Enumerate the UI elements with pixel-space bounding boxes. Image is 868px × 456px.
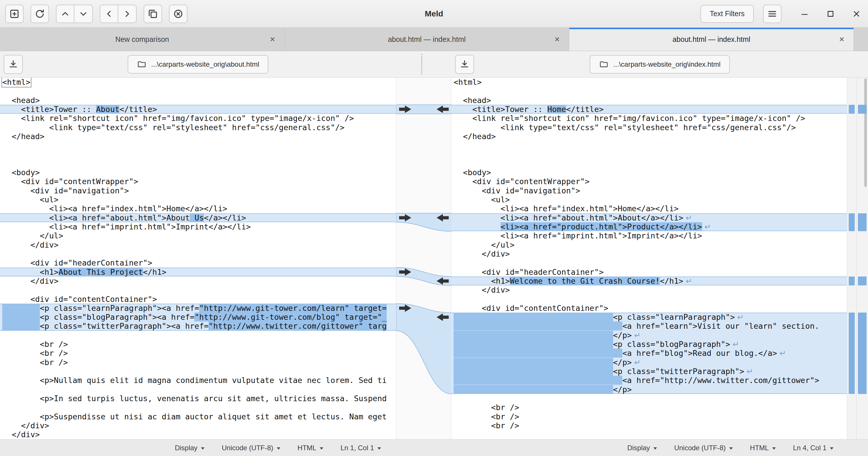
left-code-pane[interactable]: <html> <head> <title>Tower :: About</tit… (0, 78, 396, 439)
encoding-menu-left[interactable]: Unicode (UTF-8) (222, 444, 280, 452)
right-file-button[interactable]: ...\carparts-website_orig\index.html (589, 55, 730, 74)
code-text: <p class="twitterParagraph"> (613, 367, 744, 376)
code-text: <div id="headerContainer"> (454, 267, 603, 277)
right-code-pane[interactable]: <html> <head> <title>Tower :: Home</titl… (451, 78, 847, 439)
word-diff-segment (454, 376, 622, 385)
previous-change-button[interactable] (56, 5, 74, 23)
code-line: <head> (0, 96, 396, 105)
code-text: </h1> (660, 277, 683, 285)
code-text (454, 222, 501, 231)
encoding-menu-right[interactable]: Unicode (UTF-8) (674, 444, 733, 452)
code-line (451, 150, 847, 159)
refresh-comparison-button[interactable] (31, 5, 49, 23)
close-button[interactable] (850, 7, 863, 20)
maximize-button[interactable] (824, 7, 837, 20)
code-line: <br /> (0, 349, 396, 358)
code-text: <div id="contentWrapper"> (454, 177, 589, 186)
menu-button[interactable] (763, 5, 781, 23)
dropdown-caret-icon (377, 447, 381, 450)
code-text: <link type="text/css" rel="stylesheet" h… (2, 123, 345, 132)
display-menu-left[interactable]: Display (175, 444, 205, 452)
syntax-label: HTML (750, 444, 769, 452)
word-diff-segment: Welcome to the Git Crash Course! (510, 277, 660, 285)
code-line: </div> (0, 277, 396, 285)
code-text: </p> (613, 385, 632, 394)
display-menu-right[interactable]: Display (627, 444, 657, 452)
code-line: <li><a href="imprint.html">Imprint</a></… (0, 222, 396, 231)
code-line: <br /> (0, 340, 396, 349)
diff-map-mark (858, 277, 867, 285)
code-line: <ul> (0, 195, 396, 204)
code-line (0, 249, 396, 258)
code-line: <div id="contentContainer"> (451, 304, 847, 313)
scrollbar-thumb[interactable] (864, 79, 867, 187)
tab-about-index-2[interactable]: about.html — index.html (569, 28, 854, 51)
cursor-position-right[interactable]: Ln 4, Col 1 (793, 444, 833, 452)
tab-close-icon[interactable] (553, 35, 561, 43)
diff-map-mark (849, 213, 855, 231)
newline-marker-icon: ↵ (632, 358, 641, 367)
word-diff-segment (454, 349, 622, 358)
diff-map-mark (849, 105, 855, 114)
right-pane-scrollbar[interactable] (847, 78, 856, 439)
code-text: <br /> (454, 412, 519, 421)
code-text: </head> (2, 132, 44, 141)
word-diff-segment: "http://www.twitter.com/gittower" targ (209, 321, 387, 331)
cursor-position-left[interactable]: Ln 1, Col 1 (341, 444, 381, 452)
code-text: </ul> (2, 231, 63, 240)
syntax-menu-left[interactable]: HTML (298, 444, 323, 452)
tab-new-comparison[interactable]: New comparison (0, 28, 285, 51)
left-file-selector: ...\carparts-website_orig\about.html (0, 51, 396, 77)
stop-button[interactable] (169, 5, 187, 23)
code-line: <link type="text/css" rel="stylesheet" h… (451, 123, 847, 132)
push-change-left-button[interactable] (100, 5, 118, 23)
chevron-left-icon (103, 8, 115, 19)
minimize-button[interactable] (798, 7, 811, 20)
code-line: </div> (451, 285, 847, 294)
diff-overview-map[interactable] (856, 78, 868, 439)
tab-about-index-1[interactable]: about.html — index.html (285, 28, 569, 51)
chevron-down-icon (78, 8, 89, 19)
push-change-right-button[interactable] (118, 5, 137, 23)
code-line: <p class="twitterParagraph">↵ (451, 367, 847, 376)
code-text: </a></li> (204, 213, 246, 222)
status-left: Display Unicode (UTF-8) HTML Ln 1, Col 1 (0, 444, 396, 452)
tab-close-icon[interactable] (838, 35, 845, 43)
tab-close-icon[interactable] (269, 35, 276, 43)
code-text: <li><a href="index.html">Home</a></li> (454, 204, 679, 213)
save-right-button[interactable] (455, 55, 474, 74)
code-line (451, 258, 847, 267)
code-text: <html> (454, 78, 482, 87)
code-text: <div id="contentWrapper"> (2, 177, 138, 186)
folder-icon (599, 59, 609, 69)
code-text: <a href="learn">Visit our "learn" sectio… (622, 321, 819, 331)
window-title: Meld (425, 9, 443, 19)
new-comparison-button[interactable] (5, 5, 24, 23)
text-filters-button[interactable]: Text Filters (701, 5, 754, 23)
code-text: </h1> (143, 267, 166, 277)
x-circle-icon (173, 8, 184, 19)
newline-marker-icon: ↵ (730, 340, 739, 349)
diff-view: <html> <head> <title>Tower :: About</tit… (0, 78, 868, 439)
code-line: <li><a href="product.html">Product</a></… (451, 222, 847, 231)
code-line: <div id="headerContainer"> (451, 267, 847, 277)
code-line: <li><a href="imprint.html">Imprint</a></… (451, 231, 847, 240)
code-line: <div id="headerContainer"> (0, 258, 396, 267)
next-change-button[interactable] (74, 5, 93, 23)
code-line (0, 403, 396, 412)
left-file-button[interactable]: ...\carparts-website_orig\about.html (127, 55, 269, 74)
folder-icon (137, 59, 147, 69)
save-left-button[interactable] (4, 55, 23, 74)
encoding-label: Unicode (UTF-8) (222, 444, 273, 452)
close-icon (852, 9, 861, 19)
code-text: </div> (2, 430, 40, 439)
pane-separator-handle[interactable] (396, 51, 451, 77)
code-line: <a href="blog">Read our blog.</a>↵ (451, 349, 847, 358)
code-text: <ul> (454, 195, 510, 204)
code-text: </div> (454, 249, 510, 258)
syntax-menu-right[interactable]: HTML (750, 444, 776, 452)
code-text: </div> (2, 277, 59, 285)
newline-marker-icon: ↵ (683, 277, 692, 285)
copy-button[interactable] (144, 5, 162, 23)
code-line: <ul> (451, 195, 847, 204)
